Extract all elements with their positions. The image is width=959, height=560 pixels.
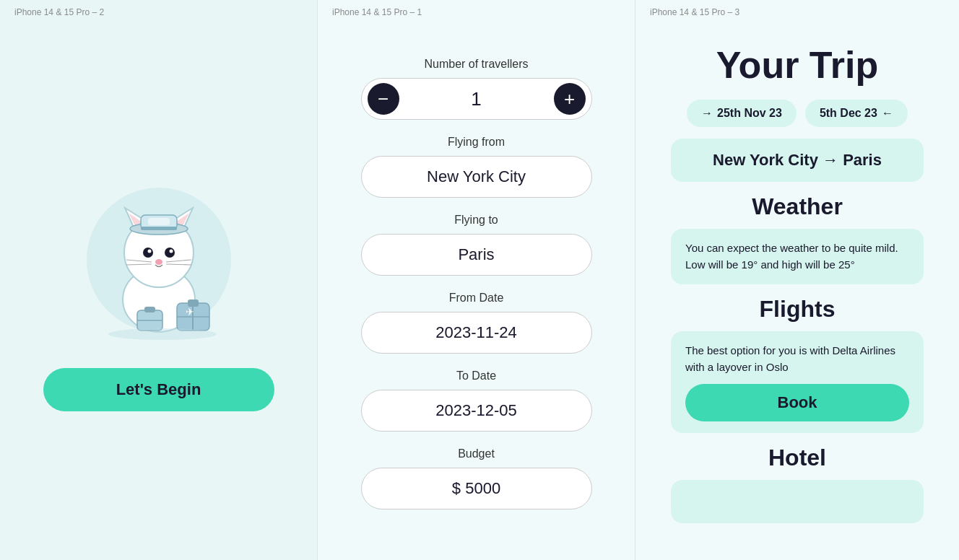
hotel-card <box>671 480 924 523</box>
svg-point-13 <box>147 250 151 253</box>
budget-label: Budget <box>458 447 495 460</box>
lets-begin-button[interactable]: Let's Begin <box>43 368 274 411</box>
to-date-label: To Date <box>456 369 496 382</box>
weather-text: You can expect the weather to be quite m… <box>685 242 898 271</box>
to-date-button[interactable]: 2023-12-05 <box>361 390 592 432</box>
svg-rect-26 <box>144 307 155 312</box>
date-from-chip: → 25th Nov 23 <box>687 100 797 127</box>
travellers-count: 1 <box>471 88 481 110</box>
panel-2: iPhone 14 & 15 Pro – 1 Number of travell… <box>318 0 635 560</box>
travellers-label: Number of travellers <box>424 58 528 71</box>
flying-from-button[interactable]: New York City <box>361 156 592 198</box>
date-to-arrow: ← <box>882 107 893 120</box>
svg-point-15 <box>155 259 162 265</box>
panel-3: iPhone 14 & 15 Pro – 3 Your Trip → 25th … <box>635 0 959 560</box>
weather-card: You can expect the weather to be quite m… <box>671 229 924 284</box>
route-chip: New York City → Paris <box>671 139 924 182</box>
device-label-1: iPhone 14 & 15 Pro – 2 <box>14 7 104 17</box>
plus-button[interactable]: + <box>554 83 586 115</box>
cat-illustration: ✈ <box>83 180 235 346</box>
flying-to-label: Flying to <box>454 214 498 227</box>
travellers-counter: − 1 + <box>361 78 592 120</box>
svg-point-11 <box>143 248 153 258</box>
flights-title: Flights <box>760 296 836 323</box>
hotel-title: Hotel <box>768 445 826 471</box>
panel-1: iPhone 14 & 15 Pro – 2 <box>0 0 318 560</box>
svg-text:✈: ✈ <box>186 306 194 318</box>
svg-point-12 <box>165 248 175 258</box>
flights-text: The best option for you is with Delta Ai… <box>685 344 895 373</box>
from-date-button[interactable]: 2023-11-24 <box>361 312 592 354</box>
svg-point-28 <box>108 328 217 340</box>
from-date-label: From Date <box>449 292 504 305</box>
flights-card: The best option for you is with Delta Ai… <box>671 331 924 433</box>
date-to-chip: 5th Dec 23 ← <box>805 100 908 127</box>
budget-button[interactable]: $ 5000 <box>361 468 592 509</box>
book-button[interactable]: Book <box>685 384 909 421</box>
trip-title: Your Trip <box>716 43 878 87</box>
weather-title: Weather <box>752 193 843 220</box>
date-from-arrow: → <box>701 107 713 120</box>
svg-rect-10 <box>141 227 177 230</box>
device-label-3: iPhone 14 & 15 Pro – 3 <box>650 7 739 17</box>
date-from-value: 25th Nov 23 <box>717 107 782 120</box>
device-label-2: iPhone 14 & 15 Pro – 1 <box>332 7 422 17</box>
flying-from-label: Flying from <box>448 136 505 149</box>
svg-rect-9 <box>148 218 170 225</box>
date-to-value: 5th Dec 23 <box>820 107 877 120</box>
date-row: → 25th Nov 23 5th Dec 23 ← <box>687 100 908 127</box>
flying-to-button[interactable]: Paris <box>361 234 592 276</box>
svg-point-14 <box>169 250 173 253</box>
minus-button[interactable]: − <box>368 83 399 115</box>
